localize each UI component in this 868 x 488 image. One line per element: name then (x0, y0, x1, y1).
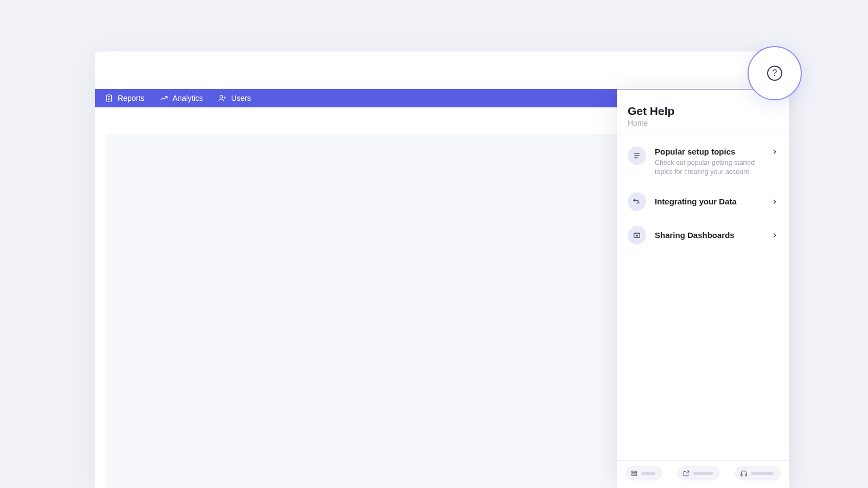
question-mark-icon: ? (767, 66, 782, 81)
nav-item-label: Analytics (173, 94, 203, 102)
text-lines-icon (628, 146, 646, 165)
svg-line-15 (686, 471, 688, 473)
dashboard-share-icon (628, 226, 646, 245)
help-item-body: Popular setup topics Check out popular g… (655, 146, 762, 177)
footer-action-3[interactable] (735, 466, 781, 480)
nav-item-reports[interactable]: Reports (99, 91, 150, 106)
svg-rect-17 (745, 474, 746, 476)
placeholder-bar (641, 472, 655, 475)
help-item-title: Popular setup topics (655, 146, 762, 157)
help-breadcrumb[interactable]: Home (628, 119, 778, 127)
chevron-right-icon (771, 148, 778, 156)
headphones-icon (740, 470, 748, 477)
help-items-list: Popular setup topics Check out popular g… (617, 134, 789, 460)
external-link-icon (682, 470, 690, 477)
svg-point-10 (639, 202, 640, 203)
chart-line-icon (159, 94, 168, 102)
svg-rect-13 (631, 471, 636, 473)
footer-action-2[interactable] (678, 466, 720, 480)
integration-icon (628, 192, 646, 211)
svg-rect-16 (741, 474, 742, 476)
help-item-integrating-data[interactable]: Integrating your Data (617, 185, 789, 219)
svg-point-4 (220, 95, 222, 98)
svg-rect-14 (631, 474, 636, 476)
nav-item-label: Users (231, 94, 251, 102)
users-icon (218, 94, 227, 102)
chevron-right-icon (771, 232, 778, 239)
footer-action-1[interactable] (626, 466, 662, 480)
header-area (95, 52, 776, 89)
help-panel: Get Help Home Popular setup topics Check… (617, 89, 789, 488)
help-item-popular-setup[interactable]: Popular setup topics Check out popular g… (617, 139, 789, 185)
help-trigger-button[interactable]: ? (748, 46, 802, 100)
placeholder-bar (751, 472, 774, 475)
help-item-desc: Check out popular getting started topics… (655, 158, 762, 177)
help-item-title: Sharing Dashboards (655, 230, 762, 241)
help-item-title: Integrating your Data (655, 196, 762, 207)
nav-item-analytics[interactable]: Analytics (154, 91, 208, 106)
help-panel-title: Get Help (628, 105, 778, 118)
help-panel-footer (617, 460, 789, 488)
help-item-body: Sharing Dashboards (655, 230, 762, 241)
help-item-body: Integrating your Data (655, 196, 762, 207)
help-item-sharing-dashboards[interactable]: Sharing Dashboards (617, 219, 789, 252)
document-icon (105, 94, 113, 102)
stack-icon (630, 470, 638, 477)
nav-item-label: Reports (118, 94, 144, 102)
placeholder-bar (693, 472, 713, 475)
nav-item-users[interactable]: Users (213, 91, 257, 106)
chevron-right-icon (771, 198, 778, 206)
